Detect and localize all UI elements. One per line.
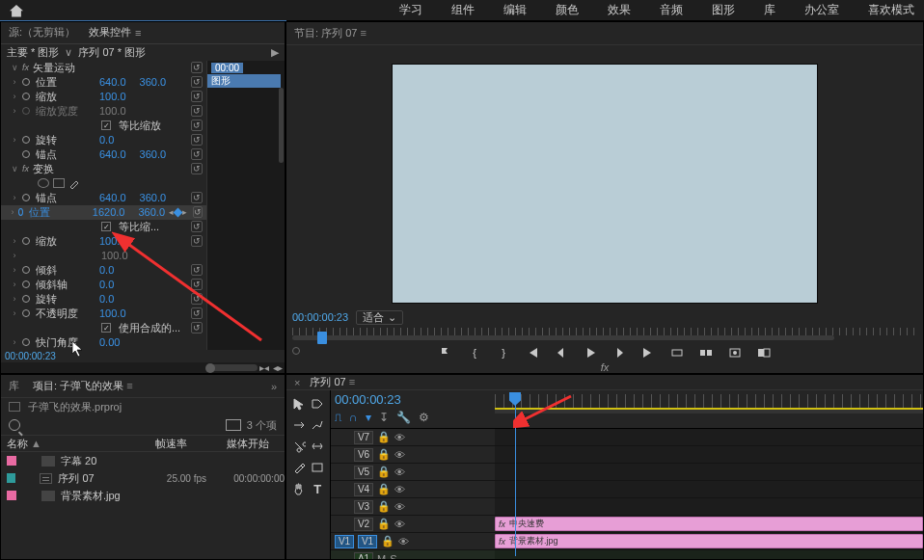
top-menu-item[interactable]: 办公室 — [804, 2, 839, 18]
tabs-overflow-icon[interactable]: » — [271, 381, 277, 392]
top-menu-item[interactable]: 库 — [764, 2, 775, 18]
track-header-v2[interactable]: V2🔒👁 — [331, 516, 495, 533]
program-preview[interactable] — [393, 65, 817, 303]
stopwatch-icon[interactable] — [18, 208, 23, 216]
ec-trans-anchor[interactable]: › 锚点 640.0 360.0 ↺ — [1, 191, 206, 205]
ec-mini-timeline[interactable]: 00:00 图形 — [207, 61, 285, 350]
pen-tool-icon[interactable] — [290, 458, 308, 477]
project-item[interactable]: 字幕 20 — [1, 452, 285, 469]
top-menu-item[interactable]: 喜欢模式 — [868, 2, 914, 18]
tab-effect-controls[interactable]: 效果控件 ≡ — [89, 25, 141, 40]
stopwatch-icon[interactable] — [22, 237, 30, 245]
ec-prop-position[interactable]: › 位置 640.0 360.0 ↺ — [1, 75, 206, 90]
settings-icon[interactable]: ⚙ — [419, 411, 429, 424]
ec-prop-anchor[interactable]: 锚点 640.0 360.0 ↺ — [1, 147, 206, 162]
timeline-clip[interactable]: fx背景素材.jpg — [495, 534, 923, 548]
slip-tool-icon[interactable] — [310, 437, 327, 456]
reset-icon[interactable]: ↺ — [191, 235, 203, 247]
top-menu-item[interactable]: 编辑 — [503, 2, 527, 18]
ripple-tool-icon[interactable] — [290, 415, 308, 435]
razor-tool-icon[interactable] — [290, 437, 308, 456]
play-icon[interactable] — [584, 346, 597, 360]
ec-prop-scale[interactable]: › 缩放 100.0 ↺ — [1, 90, 206, 104]
tab-program[interactable]: 节目: 序列 07 ≡ — [294, 26, 367, 40]
export-frame-icon[interactable] — [728, 346, 742, 360]
checkbox-icon[interactable] — [101, 120, 111, 130]
hand-tool-icon[interactable] — [290, 479, 308, 498]
ec-trans-composit[interactable]: 使用合成的... ↺ — [1, 321, 206, 335]
ec-zoom-handle[interactable] — [205, 363, 215, 373]
search-icon[interactable] — [9, 419, 20, 431]
goto-out-icon[interactable] — [641, 346, 655, 360]
reset-icon[interactable]: ↺ — [191, 76, 203, 88]
type-tool-icon[interactable]: T — [310, 479, 327, 498]
track-header-v4[interactable]: V4🔒👁 — [331, 481, 495, 498]
reset-icon[interactable]: ↺ — [191, 293, 203, 305]
keyframe-nav[interactable]: ◂▸ — [169, 207, 187, 217]
stopwatch-icon[interactable] — [22, 136, 30, 144]
reset-icon[interactable]: ↺ — [193, 206, 203, 218]
mark-in-icon[interactable] — [439, 346, 452, 360]
ec-trans-position[interactable]: › 位置 1620.0 360.0 ◂▸ ↺ — [1, 205, 206, 220]
program-timecode[interactable]: 00:00:00:23 — [292, 311, 348, 323]
top-menu-item[interactable]: 组件 — [451, 2, 475, 18]
stopwatch-icon[interactable] — [22, 150, 30, 158]
panel-menu-icon[interactable]: × — [294, 377, 300, 388]
project-item[interactable]: 序列 07 25.00 fps 00:00:00:00 — [1, 469, 285, 487]
compare-icon[interactable] — [757, 346, 771, 360]
reset-icon[interactable]: ↺ — [191, 322, 203, 333]
reset-icon[interactable]: ↺ — [191, 120, 203, 131]
ellipse-mask-icon[interactable] — [38, 178, 49, 188]
ec-trans-skew-axis[interactable]: › 倾斜轴 0.0 ↺ — [1, 278, 206, 292]
top-menu-item[interactable]: 音频 — [660, 2, 683, 18]
tab-project[interactable]: 项目: 子弹飞的效果 ≡ — [33, 379, 133, 393]
timeline-ruler[interactable] — [495, 390, 923, 428]
reset-icon[interactable]: ↺ — [191, 163, 203, 174]
step-back-icon[interactable] — [555, 346, 568, 360]
project-item[interactable]: 背景素材.jpg — [1, 487, 285, 504]
timeline-tracks[interactable]: fx申央速费 fx背景素材.jpg — [495, 429, 923, 560]
reset-icon[interactable]: ↺ — [191, 134, 203, 146]
extract-icon[interactable] — [699, 346, 713, 360]
reset-icon[interactable]: ↺ — [191, 148, 203, 160]
track-select-tool-icon[interactable] — [310, 394, 327, 413]
stopwatch-icon[interactable] — [22, 93, 30, 100]
zoom-handle-icon[interactable] — [292, 347, 300, 355]
marker-icon[interactable]: ▾ — [366, 411, 371, 424]
checkbox-icon[interactable] — [101, 222, 111, 231]
ec-zoom-scroll[interactable] — [209, 364, 258, 371]
rate-tool-icon[interactable] — [310, 415, 327, 435]
goto-in-icon[interactable] — [526, 346, 539, 360]
ec-zoom-bar[interactable]: ▸◂◂▸ — [1, 362, 285, 373]
ec-group-vector-motion[interactable]: ∨fx 矢量运动 ↺ — [1, 61, 206, 75]
insert-icon[interactable]: ↧ — [379, 411, 389, 424]
selection-tool-icon[interactable] — [290, 394, 308, 413]
ec-trans-rotation[interactable]: › 旋转 0.0 ↺ — [1, 292, 206, 307]
track-header-v7[interactable]: V7🔒👁 — [331, 429, 495, 446]
tab-source[interactable]: 源:（无剪辑） — [9, 25, 75, 40]
zoom-out-icon[interactable]: ▸◂ — [259, 362, 269, 373]
reset-icon[interactable]: ↺ — [191, 91, 203, 102]
ec-trans-scale[interactable]: › 缩放 100.0 ↺ — [1, 234, 206, 249]
program-scrub-bar[interactable] — [292, 328, 917, 336]
reset-icon[interactable]: ↺ — [191, 105, 203, 117]
stopwatch-icon[interactable] — [22, 194, 30, 201]
reset-icon[interactable]: ↺ — [191, 192, 203, 203]
track-header-v3[interactable]: V3🔒👁 — [331, 498, 495, 516]
stopwatch-icon[interactable] — [22, 295, 30, 303]
reset-icon[interactable]: ↺ — [191, 307, 203, 319]
stopwatch-icon[interactable] — [22, 266, 30, 274]
rect-tool-icon[interactable] — [310, 458, 327, 477]
stopwatch-icon[interactable] — [22, 78, 30, 86]
reset-icon[interactable]: ↺ — [191, 279, 203, 290]
lift-icon[interactable] — [670, 346, 684, 360]
top-menu-item[interactable]: 颜色 — [556, 2, 579, 18]
ec-trans-uniform[interactable]: 等比缩... ↺ — [1, 220, 206, 234]
track-header-v1[interactable]: V1V1🔒👁 — [331, 533, 495, 550]
playhead-icon[interactable] — [317, 332, 327, 344]
top-menu-item[interactable]: 学习 — [399, 2, 422, 18]
pen-mask-icon[interactable] — [68, 177, 80, 189]
reset-icon[interactable]: ↺ — [191, 62, 203, 73]
tab-library[interactable]: 库 — [9, 379, 19, 393]
ec-trans-skew[interactable]: › 倾斜 0.0 ↺ — [1, 263, 206, 278]
